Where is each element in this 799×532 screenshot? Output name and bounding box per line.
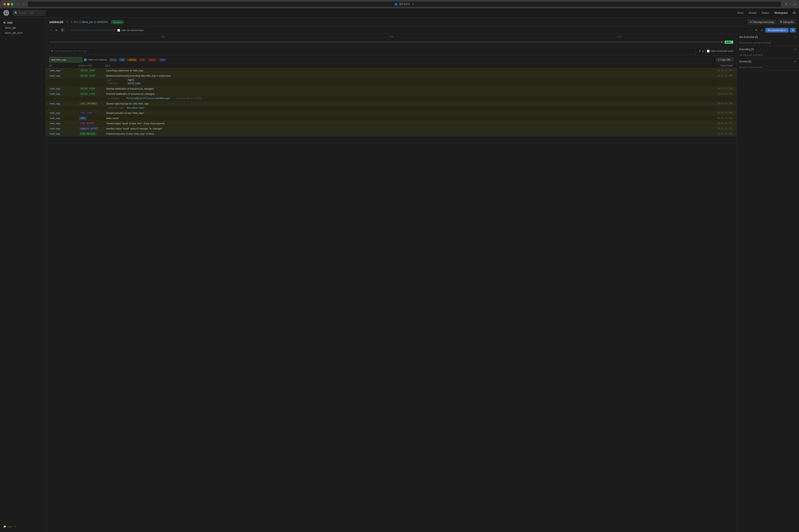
nav-forward-button[interactable]: › xyxy=(22,2,25,6)
not-executed-header[interactable]: Not Executed (0) ▼ xyxy=(737,34,799,40)
step-filter-placeholder: Type a Step Subset (ex: hello_logs+) xyxy=(54,50,89,52)
not-executed-empty: No steps are waiting to execute xyxy=(737,40,799,46)
timer-view-button[interactable]: ⏱ xyxy=(60,28,65,32)
sidebar-refresh-icon[interactable]: ↻ xyxy=(14,525,16,528)
timeline-actions: ▼ ⚙ Re-execute All (+) ▼ xyxy=(754,28,796,33)
run-header-actions: 🏷 View tags and config ⚙ Debug file xyxy=(747,20,796,24)
nav-runs[interactable]: Runs xyxy=(737,11,743,14)
list-view-button[interactable]: ≡ xyxy=(49,28,53,32)
table-row[interactable]: hello_logs ENGINE_EVENT Starting initial… xyxy=(46,86,737,91)
search-input[interactable]: 🔍 Search... ⌘/ xyxy=(13,10,46,16)
executing-section: Executing (0) ▼ No steps are executing xyxy=(737,46,799,58)
settings-button[interactable]: ⚙ xyxy=(760,28,764,32)
table-row[interactable]: hello_logs ENGINE_EVENT Finished initial… xyxy=(46,91,737,97)
detail-value: hello_logs xyxy=(127,82,141,85)
new-tab-icon[interactable]: + xyxy=(790,3,791,6)
level-event[interactable]: event xyxy=(158,58,166,61)
timeline-step-badge[interactable]: hello_ xyxy=(725,41,733,44)
detail-key: io_manager xyxy=(107,97,124,99)
detail-item: captured_logs View stdout / stderr xyxy=(107,107,733,109)
table-row[interactable]: hello_logs STEP_OUTPUT Yielded output "r… xyxy=(46,121,737,126)
sidebar-item-demo-job-error[interactable]: demo_job_error xyxy=(0,31,45,35)
address-bar[interactable]: 🌐 127.0.0.1 ↻ xyxy=(28,1,781,7)
step-filter-bar: ⚙ Type a Step Subset (ex: hello_logs+) ⚙… xyxy=(46,46,737,56)
debug-file-button[interactable]: ⚙ Debug file xyxy=(778,20,796,24)
level-debug[interactable]: debug xyxy=(109,58,117,61)
grid-view-button[interactable]: ⊞ xyxy=(54,28,58,32)
log-timestamp: 20:47:23.196 xyxy=(700,74,733,77)
right-panel-and-content: 0.5s 1.0s 1.5s hello_ xyxy=(46,34,799,532)
log-op: hello_logs xyxy=(49,111,78,115)
detail-link[interactable]: PickledObjectFilesystemIOManager xyxy=(127,97,171,100)
run-job-link[interactable]: demo_job xyxy=(82,21,93,23)
log-info: Handled output "result" using IO manager… xyxy=(105,127,700,130)
sidebar-item-demo-job[interactable]: demo_job xyxy=(0,25,45,31)
nav-assets[interactable]: Assets xyxy=(748,11,757,14)
log-op: hello_logs xyxy=(49,87,78,90)
hide-not-started-checkbox[interactable] xyxy=(117,29,120,32)
log-event-type: STEP_OUTPUT xyxy=(78,122,105,125)
browser-titlebar: ‹ › 🌐 127.0.0.1 ↻ ⬆ + ⊞ xyxy=(0,0,799,8)
nav-links: Runs Assets Status Workspace ⚙ xyxy=(737,11,796,15)
log-event-type: LOGS_CAPTURED xyxy=(78,102,105,105)
browser-actions: ⬆ + ⊞ xyxy=(785,3,796,6)
view-links[interactable]: View stdout / stderr xyxy=(127,107,144,109)
hide-unselected-label[interactable]: Hide unselected steps xyxy=(707,50,733,53)
run-commit-link[interactable]: b4280351 xyxy=(97,21,108,23)
share-icon[interactable]: ⬆ xyxy=(785,3,787,6)
level-error[interactable]: error xyxy=(139,58,146,61)
log-detail-row: captured_logs View stdout / stderr xyxy=(46,106,737,111)
table-row[interactable]: hello_logs STEP_START Started execution … xyxy=(46,111,737,116)
view-tags-button[interactable]: 🏷 View tags and config xyxy=(747,20,776,24)
level-critical[interactable]: critical xyxy=(148,58,156,61)
log-info: Launching subprocess for hello_logs xyxy=(105,69,700,72)
table-row[interactable]: hello_logs ENGINE_EVENT Launching subpro… xyxy=(46,68,737,73)
copy-url-button[interactable]: ⎘ Copy URL xyxy=(716,58,733,62)
reexecute-dropdown-button[interactable]: ▼ xyxy=(790,28,796,33)
table-row[interactable]: hello_logs HANDLED_OUTPUT Handled output… xyxy=(46,126,737,131)
sidebar: ⚙ Jobs demo_job demo_job_error 📁 repo ↻ xyxy=(0,18,46,532)
log-op: hello_logs xyxy=(49,69,78,72)
hide-non-matches-checkbox[interactable] xyxy=(84,58,87,61)
nav-workspace[interactable]: Workspace xyxy=(774,11,788,14)
executing-header[interactable]: Executing (0) ▼ xyxy=(737,46,799,53)
detail-item: pid 78873 xyxy=(107,79,733,81)
level-warning[interactable]: warning xyxy=(127,58,137,61)
refresh-icon[interactable]: ↻ xyxy=(412,3,414,6)
table-row[interactable]: hello_logs STEP_SUCCESS Finished executi… xyxy=(46,131,737,136)
not-executed-section: Not Executed (0) ▼ No steps are waiting … xyxy=(737,34,799,46)
close-button[interactable] xyxy=(3,3,6,5)
level-info[interactable]: info xyxy=(119,58,125,61)
table-row[interactable]: hello_logs LOGS_CAPTURED Started capturi… xyxy=(46,101,737,106)
timeline-dot xyxy=(721,41,722,43)
log-op: hello_logs xyxy=(49,74,78,77)
detail-key: pid xyxy=(107,79,124,81)
reexecute-button[interactable]: Re-execute All (+) xyxy=(765,28,788,33)
log-filter-input[interactable] xyxy=(49,57,82,62)
log-op: hello_logs xyxy=(49,116,78,120)
log-event-type: ENGINE_EVENT xyxy=(78,92,105,95)
errored-header[interactable]: Errored (0) ▼ xyxy=(737,58,799,65)
step-filter-input[interactable]: ⚙ Type a Step Subset (ex: hello_logs+) xyxy=(49,48,696,54)
copy-icon: ⎘ xyxy=(718,58,720,61)
maximize-button[interactable] xyxy=(11,3,13,5)
nav-back-button[interactable]: ‹ xyxy=(16,2,19,6)
timeline-area: 0.5s 1.0s 1.5s hello_ xyxy=(46,34,737,46)
step-filter-settings[interactable]: ⚙ ▲ xyxy=(698,49,705,53)
search-placeholder: Search... xyxy=(19,12,28,14)
hide-not-started-label[interactable]: Hide not started steps xyxy=(117,29,144,32)
timeline-ruler: 0.5s 1.0s 1.5s xyxy=(49,36,733,39)
minimize-button[interactable] xyxy=(7,3,9,5)
main-layout: ⚙ Jobs demo_job demo_job_error 📁 repo ↻ xyxy=(0,18,799,532)
filter-icon-button[interactable]: ▼ xyxy=(754,28,758,32)
hide-non-matches-label: Hide non-matches xyxy=(89,58,107,61)
log-timestamp: 20:47:23.328 xyxy=(700,132,733,135)
hide-unselected-checkbox[interactable] xyxy=(707,50,709,53)
table-row[interactable]: hello_logs INFO Hello, world! 20:47:23.2… xyxy=(46,116,737,121)
detail-key: step_key xyxy=(107,82,124,84)
log-op: hello_logs xyxy=(49,92,78,95)
sidebar-icon[interactable]: ⊞ xyxy=(794,3,796,6)
settings-icon[interactable]: ⚙ xyxy=(793,11,796,15)
table-row[interactable]: hello_logs ENGINE_EVENT [MultiprocessExe… xyxy=(46,73,737,78)
nav-status[interactable]: Status xyxy=(762,11,769,14)
